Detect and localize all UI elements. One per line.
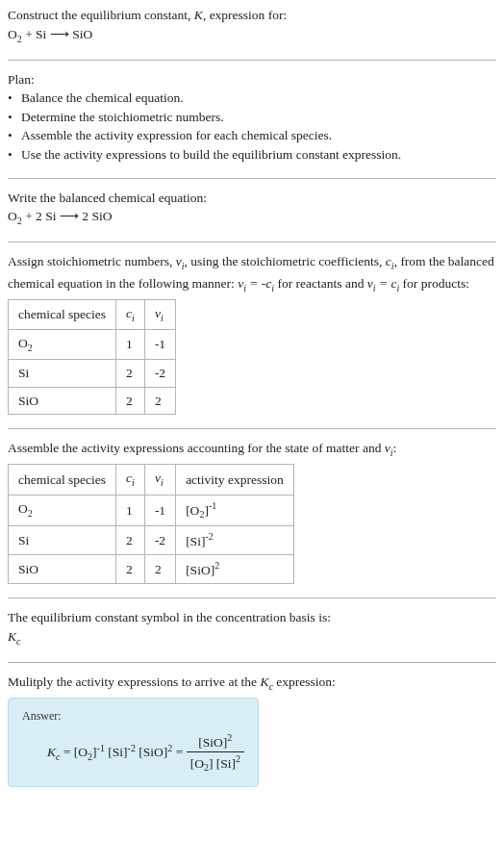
plan-title: Plan: [8, 70, 496, 89]
cell-ci: 1 [116, 495, 145, 526]
cell-ci: 2 [116, 526, 145, 555]
bal-rhs: 2 SiO [79, 209, 113, 223]
eq-plus-si: + Si [22, 27, 50, 41]
balanced-title: Write the balanced chemical equation: [8, 189, 496, 208]
cell-activity: [SiO]2 [176, 555, 294, 584]
multiply-b: expression: [273, 674, 336, 689]
divider [8, 428, 496, 429]
rel-reac: νi = -ci [238, 276, 274, 291]
answer-label: Answer: [22, 708, 244, 725]
col-species: chemical species [9, 299, 116, 329]
answer-box: Answer: Kc = [O2]-1 [Si]-2 [SiO]2 = [SiO… [8, 698, 259, 787]
activity-intro-b: : [393, 441, 397, 455]
activity-table: chemical species ci νi activity expressi… [8, 464, 294, 584]
ci-i: i [132, 477, 135, 488]
table-row: SiO 2 2 [9, 387, 176, 415]
sp-sub: 2 [28, 343, 33, 353]
table-header-row: chemical species ci νi [9, 299, 176, 329]
kc-symbol: Kc [47, 745, 60, 759]
t2-exp: -2 [128, 742, 136, 752]
act-exp: 2 [214, 560, 219, 571]
plan-bullet-3: •Assemble the activity expression for ea… [8, 126, 496, 145]
cell-ci: 2 [116, 387, 145, 415]
cell-species: SiO [9, 387, 116, 415]
bullet-icon: • [8, 145, 21, 165]
plan-bullet-1: •Balance the chemical equation. [8, 89, 496, 108]
table-row: O2 1 -1 [9, 329, 176, 359]
prompt-equation: O2 + Si ⟶ SiO [8, 25, 496, 46]
divider [8, 242, 496, 242]
kc-symbol: Kc [260, 674, 272, 689]
act-exp: -1 [209, 500, 216, 511]
sp-a: O [18, 336, 28, 350]
rel-reac-c: = -c [246, 276, 271, 291]
col-species: chemical species [9, 465, 116, 495]
cell-species: Si [9, 360, 116, 388]
fraction-numerator: [SiO]2 [187, 731, 244, 752]
eq-rhs: SiO [69, 27, 92, 41]
stoich-section: Assign stoichiometric numbers, νi, using… [8, 252, 496, 422]
vi-i: i [161, 312, 164, 322]
divider [8, 598, 496, 598]
plan-text: Use the activity expressions to build th… [21, 145, 401, 165]
plan-section: Plan: •Balance the chemical equation. •D… [8, 70, 496, 172]
stoich-intro-e: for products: [399, 276, 469, 291]
divider [8, 662, 496, 663]
arrow-icon: ⟶ [60, 209, 79, 223]
rel-prod-c: = c [376, 276, 397, 291]
sp-a: O [18, 501, 28, 516]
table-header-row: chemical species ci νi activity expressi… [9, 465, 294, 495]
t3-base: [SiO] [139, 745, 167, 759]
col-vi: νi [144, 465, 175, 495]
prompt-text-a: Construct the equilibrium constant, [8, 8, 194, 22]
balanced-equation: O2 + 2 Si ⟶ 2 SiO [8, 207, 496, 228]
prompt-line: Construct the equilibrium constant, K, e… [8, 6, 496, 25]
vi-i: i [161, 477, 164, 488]
act-base: [Si [186, 534, 201, 548]
t1-base: [O [74, 745, 88, 759]
k-letter: K [8, 629, 16, 644]
t1-exp: -1 [97, 742, 105, 752]
col-ci: ci [116, 299, 145, 329]
bullet-icon: • [8, 108, 21, 127]
multiply-a: Mulitply the activity expressions to arr… [8, 674, 260, 689]
ci-i: i [132, 312, 135, 322]
activity-intro: Assemble the activity expressions accoun… [8, 439, 496, 460]
col-ci: ci [116, 465, 145, 495]
den1-base: [O [190, 755, 204, 770]
bal-mid: + 2 Si [22, 209, 60, 223]
plan-text: Balance the chemical equation. [21, 89, 184, 108]
col-vi: νi [144, 299, 175, 329]
cell-vi: -1 [144, 329, 175, 359]
cell-activity: [O2]-1 [176, 495, 294, 526]
nu-i: νi [385, 441, 393, 455]
bullet-icon: • [8, 126, 21, 145]
cell-ci: 1 [116, 329, 145, 359]
cell-vi: -1 [144, 495, 175, 526]
cell-species: SiO [9, 555, 116, 584]
cell-ci: 2 [116, 360, 145, 388]
cell-species: O2 [9, 329, 116, 359]
table-row: O2 1 -1 [O2]-1 [9, 495, 294, 526]
eq-o: O [8, 27, 17, 41]
activity-section: Assemble the activity expressions accoun… [8, 439, 496, 592]
bal-o: O [8, 209, 17, 223]
cell-vi: -2 [144, 526, 175, 555]
arrow-icon: ⟶ [50, 27, 69, 41]
stoich-intro-d: for reactants and [274, 276, 367, 291]
term3: [SiO]2 [139, 745, 172, 759]
activity-intro-a: Assemble the activity expressions accoun… [8, 441, 385, 455]
stoich-intro-a: Assign stoichiometric numbers, [8, 254, 176, 268]
table-row: Si 2 -2 [Si]-2 [9, 526, 294, 555]
num-exp: 2 [227, 732, 232, 743]
c-i: ci [386, 254, 394, 268]
c-sub: c [16, 636, 20, 647]
t2-base: [Si] [108, 745, 127, 759]
k-symbol: K [194, 8, 203, 22]
den2-exp: 2 [236, 753, 240, 764]
plan-bullet-4: •Use the activity expressions to build t… [8, 145, 496, 165]
cell-ci: 2 [116, 555, 145, 584]
answer-expression: Kc = [O2]-1 [Si]-2 [SiO]2 = [SiO]2 [O2] … [22, 731, 244, 776]
balanced-section: Write the balanced chemical equation: O2… [8, 189, 496, 237]
sp-sub: 2 [28, 508, 33, 519]
